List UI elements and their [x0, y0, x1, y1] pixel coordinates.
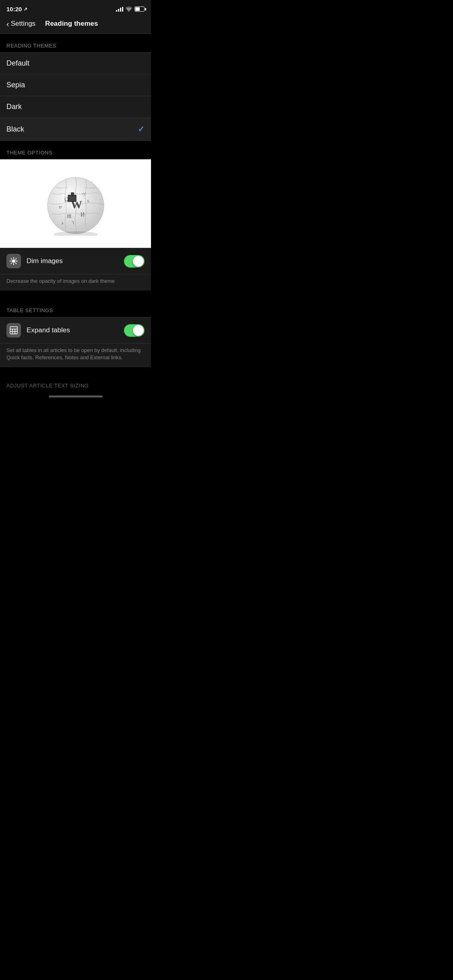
svg-rect-23 — [10, 327, 17, 334]
theme-options-header: THEME OPTIONS — [0, 141, 151, 159]
themes-list: Default Sepia Dark Black ✓ — [0, 52, 151, 141]
svg-text:ヴ: ヴ — [82, 192, 86, 196]
svg-rect-12 — [71, 192, 74, 196]
dim-images-toggle[interactable] — [124, 255, 145, 268]
theme-sepia-label: Sepia — [6, 81, 25, 89]
svg-text:И: И — [81, 212, 85, 218]
svg-line-21 — [15, 259, 16, 259]
status-bar: 10:20 ↗ — [0, 0, 151, 16]
back-button[interactable]: ‹ Settings — [6, 20, 35, 28]
dim-images-label: Dim images — [27, 257, 63, 265]
location-icon: ↗ — [23, 6, 27, 12]
dim-images-section: Dim images Decrease the opacity of image… — [0, 248, 151, 290]
status-time: 10:20 ↗ — [6, 6, 27, 12]
expand-tables-label: Expand tables — [27, 326, 70, 334]
back-label: Settings — [11, 20, 35, 28]
signal-bars — [116, 7, 123, 12]
home-bar — [49, 395, 103, 397]
expand-tables-description: Set all tables in all articles to be ope… — [0, 344, 151, 367]
svg-text:維: 維 — [66, 213, 72, 219]
selected-checkmark-icon: ✓ — [138, 124, 145, 134]
theme-dark-label: Dark — [6, 103, 22, 111]
theme-sepia[interactable]: Sepia — [0, 74, 151, 96]
wifi-icon — [126, 6, 132, 12]
expand-tables-item: Expand tables — [0, 317, 151, 344]
theme-black-label: Black — [6, 125, 24, 134]
separator-1 — [0, 290, 151, 299]
theme-default-label: Default — [6, 59, 29, 68]
svg-point-14 — [12, 259, 15, 263]
expand-tables-section: Expand tables Set all tables in all arti… — [0, 317, 151, 367]
svg-point-13 — [54, 231, 98, 236]
theme-default[interactable]: Default — [0, 53, 151, 74]
svg-rect-11 — [68, 195, 77, 202]
separator-2 — [0, 367, 151, 375]
expand-tables-toggle[interactable] — [124, 324, 145, 337]
table-settings-header: TABLE SETTINGS — [0, 299, 151, 317]
reading-themes-header: READING THEMES — [0, 34, 151, 52]
status-icons — [116, 6, 145, 12]
svg-line-22 — [11, 263, 12, 264]
expand-tables-icon — [6, 323, 21, 338]
adjust-article-header: ADJUST ARTICLE TEXT SIZING — [0, 375, 151, 392]
svg-line-20 — [15, 263, 16, 264]
svg-text:و: و — [61, 220, 64, 225]
nav-bar: ‹ Settings Reading themes — [0, 16, 151, 34]
svg-line-19 — [11, 259, 12, 259]
back-chevron-icon: ‹ — [6, 20, 9, 28]
svg-text:ש: ש — [59, 204, 62, 209]
battery-icon — [134, 6, 145, 12]
dim-images-item: Dim images — [0, 248, 151, 274]
theme-black[interactable]: Black ✓ — [0, 118, 151, 140]
svg-text:S: S — [87, 199, 89, 204]
page-title: Reading themes — [45, 20, 98, 28]
dim-images-icon — [6, 254, 21, 268]
svg-text:ך: ך — [72, 220, 74, 224]
theme-preview: W Ω И 維 ש S ヴ ך و — [0, 159, 151, 248]
theme-dark[interactable]: Dark — [0, 96, 151, 118]
wikipedia-globe: W Ω И 維 ש S ヴ ך و — [43, 171, 108, 236]
home-indicator — [0, 392, 151, 401]
dim-images-description: Decrease the opacity of images on dark t… — [0, 274, 151, 290]
